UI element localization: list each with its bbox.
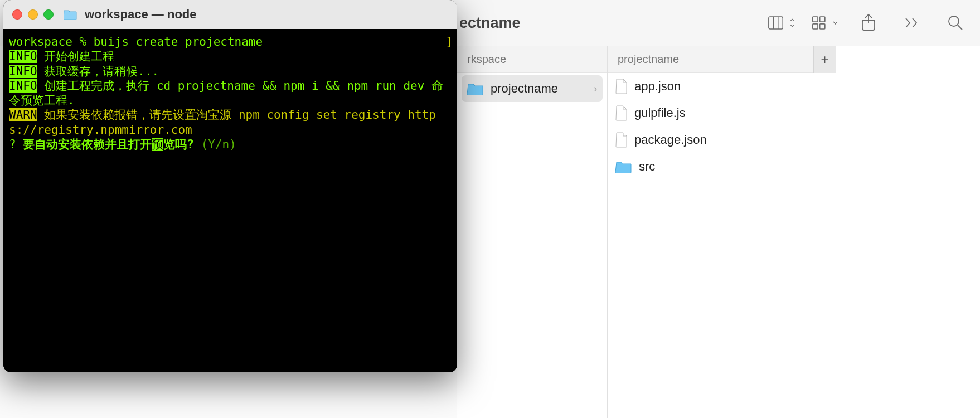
prompt-qmark: ? (9, 138, 16, 151)
warn-line: 如果安装依赖报错，请先设置淘宝源 (44, 108, 239, 121)
terminal-window[interactable]: workspace — node ]workspace % buijs crea… (3, 0, 457, 372)
terminal-title: workspace — node (85, 7, 197, 22)
file-icon (615, 79, 628, 94)
folder-icon (467, 82, 484, 95)
svg-rect-3 (813, 17, 818, 22)
file-icon (615, 132, 628, 148)
prompt-question: 要自动安装依赖并且打开 (23, 138, 152, 151)
search-icon[interactable] (942, 12, 969, 34)
terminal-body[interactable]: ]workspace % buijs create projectname IN… (3, 29, 457, 372)
group-icon[interactable] (812, 12, 838, 34)
file-label: package.json (634, 133, 707, 147)
info-badge: INFO (9, 50, 37, 63)
terminal-titlebar[interactable]: workspace — node (3, 0, 457, 29)
prompt-text: workspace % (9, 35, 94, 48)
file-item-packagejson[interactable]: package.json (608, 127, 836, 153)
prompt-hint: (Y/n) (201, 138, 236, 151)
add-button[interactable]: + (813, 46, 836, 73)
view-columns-icon[interactable] (768, 12, 795, 34)
log-cmd: cd projectname && npm i && npm run dev (157, 79, 424, 93)
zoom-icon[interactable] (43, 9, 54, 20)
info-badge: INFO (9, 65, 37, 78)
chevron-right-icon: › (594, 83, 597, 95)
folder-icon (615, 160, 632, 173)
finder-title: ectname (459, 14, 521, 32)
command-text: buijs create projectname (94, 35, 263, 48)
close-icon[interactable] (12, 9, 22, 20)
warn-badge: WARN (9, 108, 37, 121)
svg-rect-4 (820, 17, 825, 22)
file-label: app.json (634, 79, 681, 94)
column-2-title: projectname (618, 53, 679, 66)
folder-item-src[interactable]: src (608, 153, 836, 180)
svg-rect-6 (820, 24, 825, 29)
folder-item-projectname[interactable]: projectname › (462, 75, 603, 102)
svg-rect-5 (813, 24, 818, 29)
file-icon (615, 105, 628, 121)
scroll-bracket: ] (445, 35, 453, 49)
info-badge: INFO (9, 79, 37, 93)
more-icon[interactable] (899, 12, 925, 34)
file-item-gulpfile[interactable]: gulpfile.js (608, 100, 836, 127)
svg-rect-0 (769, 17, 783, 29)
svg-line-10 (958, 25, 962, 30)
file-label: gulpfile.js (634, 106, 686, 120)
prompt-question-tail: 览吗? (163, 138, 194, 151)
column-2-header: projectname + (608, 46, 836, 73)
finder-column-1[interactable]: rkspace projectname › (457, 46, 608, 418)
minimize-icon[interactable] (28, 9, 38, 20)
cursor: 预 (152, 138, 163, 151)
share-icon[interactable] (855, 12, 882, 34)
column-1-header: rkspace (457, 46, 607, 73)
finder-column-3[interactable] (836, 46, 980, 418)
svg-point-9 (949, 16, 959, 26)
log-line: 获取缓存，请稍候... (44, 65, 159, 78)
folder-label: src (639, 159, 655, 174)
folder-icon (64, 9, 77, 20)
log-line: 创建工程完成，执行 (44, 79, 157, 93)
finder-column-2[interactable]: projectname + app.json gulpfile.js packa… (608, 46, 836, 418)
log-line: 开始创建工程 (44, 50, 114, 63)
folder-label: projectname (491, 81, 558, 96)
file-item-appjson[interactable]: app.json (608, 73, 836, 100)
